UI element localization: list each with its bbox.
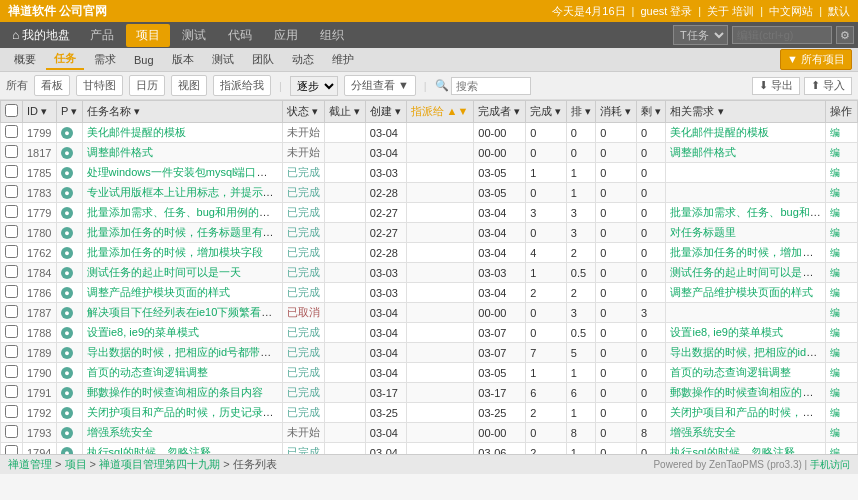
task-name-link-1787[interactable]: 解决项目下任经列表在ie10下频繁看不见无法输入数据: [87, 306, 283, 318]
col-related[interactable]: 相关需求 ▾: [666, 101, 826, 123]
edit-action-1783[interactable]: 编: [830, 187, 840, 198]
task-name-link-1783[interactable]: 专业试用版框本上让用标志，并提示过期时候: [87, 186, 283, 198]
nav-item-code[interactable]: 代码: [218, 24, 262, 47]
row-checkbox-1783[interactable]: [1, 183, 23, 203]
edit-action-1791[interactable]: 编: [830, 387, 840, 398]
related-link-1790[interactable]: 首页的动态查询逻辑调整: [670, 366, 791, 378]
task-name-link-1784[interactable]: 测试任务的起止时间可以是一天: [87, 266, 241, 278]
subnav-maintain[interactable]: 维护: [324, 50, 362, 69]
nav-item-app[interactable]: 应用: [264, 24, 308, 47]
edit-action-1787[interactable]: 编: [830, 307, 840, 318]
row-checkbox-1779[interactable]: [1, 203, 23, 223]
breadcrumb-project[interactable]: 项目: [65, 458, 87, 470]
edit-action-1786[interactable]: 编: [830, 287, 840, 298]
col-id[interactable]: ID ▾: [23, 101, 57, 123]
col-created[interactable]: 创建 ▾: [365, 101, 406, 123]
related-link-1791[interactable]: 郵數操作的时候查询相应的条目内容: [670, 386, 826, 398]
edit-action-1780[interactable]: 编: [830, 227, 840, 238]
edit-action-1785[interactable]: 编: [830, 167, 840, 178]
col-name[interactable]: 任务名称 ▾: [82, 101, 282, 123]
col-assignedto[interactable]: 指派给 ▲▼: [406, 101, 474, 123]
task-name-link-1786[interactable]: 调整产品维护模块页面的样式: [87, 286, 230, 298]
col-consumed[interactable]: 消耗 ▾: [596, 101, 637, 123]
nav-item-product[interactable]: 产品: [80, 24, 124, 47]
edit-action-1794[interactable]: 编: [830, 447, 840, 455]
related-link-1780[interactable]: 对任务标题里: [670, 226, 736, 238]
subnav-bug[interactable]: Bug: [126, 52, 162, 68]
col-checkbox[interactable]: [1, 101, 23, 123]
step-select[interactable]: 逐步: [290, 76, 338, 96]
nav-item-test[interactable]: 测试: [172, 24, 216, 47]
subnav-dynamic[interactable]: 动态: [284, 50, 322, 69]
row-checkbox-1780[interactable]: [1, 223, 23, 243]
mobile-link[interactable]: 手机访问: [810, 459, 850, 470]
related-link-1762[interactable]: 批量添加任务的时候，增加模块5: [670, 246, 826, 258]
col-finishedat[interactable]: 完成 ▾: [526, 101, 567, 123]
edit-action-1793[interactable]: 编: [830, 427, 840, 438]
row-checkbox-1785[interactable]: [1, 163, 23, 183]
nav-item-home[interactable]: ⌂ 我的地盘: [4, 24, 78, 47]
row-checkbox-1793[interactable]: [1, 423, 23, 443]
col-finishedby[interactable]: 完成者 ▾: [474, 101, 526, 123]
row-checkbox-1786[interactable]: [1, 283, 23, 303]
subnav-build[interactable]: 版本: [164, 50, 202, 69]
global-search-input[interactable]: [732, 26, 832, 44]
related-link-1794[interactable]: 执行sql的时候，忽略注释: [670, 446, 794, 454]
nav-item-project[interactable]: 项目: [126, 24, 170, 47]
edit-action-1788[interactable]: 编: [830, 327, 840, 338]
row-checkbox-1794[interactable]: [1, 443, 23, 455]
row-checkbox-1787[interactable]: [1, 303, 23, 323]
view-calendar-btn[interactable]: 日历: [129, 75, 165, 96]
task-name-link-1793[interactable]: 增强系统安全: [87, 426, 153, 438]
task-name-link-1789[interactable]: 导出数据的时候，把相应的id号都带上。: [87, 346, 283, 358]
row-checkbox-1784[interactable]: [1, 263, 23, 283]
related-link-1789[interactable]: 导出数据的时候, 把相应的id号都带: [670, 346, 826, 358]
edit-action-1792[interactable]: 编: [830, 407, 840, 418]
related-link-1788[interactable]: 设置ie8, ie9的菜单模式: [670, 326, 782, 338]
task-name-link-1794[interactable]: 执行sql的时候，忽略注释: [87, 446, 211, 454]
col-left[interactable]: 剩 ▾: [636, 101, 665, 123]
export-btn[interactable]: ⬇ 导出: [752, 77, 800, 95]
task-name-link-1791[interactable]: 郵數操作的时候查询相应的条目内容: [87, 386, 263, 398]
view-kanban-btn[interactable]: 看板: [34, 75, 70, 96]
import-btn[interactable]: ⬆ 导入: [804, 77, 852, 95]
task-name-link-1817[interactable]: 调整邮件格式: [87, 146, 153, 158]
edit-action-1817[interactable]: 编: [830, 147, 840, 158]
related-link-1784[interactable]: 测试任务的起止时间可以是一天: [670, 266, 824, 278]
subnav-task[interactable]: 任务: [46, 49, 84, 70]
related-link-1792[interactable]: 关闭护项目和产品的时候，历史记: [670, 406, 826, 418]
related-link-1786[interactable]: 调整产品维护模块页面的样式: [670, 286, 813, 298]
related-link-1779[interactable]: 批量添加需求、任务、bug和用例: [670, 206, 826, 218]
col-estimate[interactable]: 排 ▾: [566, 101, 595, 123]
related-link-1799[interactable]: 美化邮件提醒的模板: [670, 126, 769, 138]
groupby-btn[interactable]: 分组查看 ▼: [344, 75, 416, 96]
theme-link[interactable]: 默认: [828, 4, 850, 19]
row-checkbox-1792[interactable]: [1, 403, 23, 423]
row-checkbox-1791[interactable]: [1, 383, 23, 403]
lang-link[interactable]: 中文网站: [769, 4, 813, 19]
subnav-requirement[interactable]: 需求: [86, 50, 124, 69]
task-name-link-1799[interactable]: 美化邮件提醒的模板: [87, 126, 186, 138]
view-mindmap-btn[interactable]: 视图: [171, 75, 207, 96]
training-link[interactable]: 关于 培训: [707, 4, 754, 19]
row-checkbox-1790[interactable]: [1, 363, 23, 383]
edit-action-1762[interactable]: 编: [830, 247, 840, 258]
row-checkbox-1788[interactable]: [1, 323, 23, 343]
row-checkbox-1789[interactable]: [1, 343, 23, 363]
task-name-link-1785[interactable]: 处理windows一件安装包mysql端口检验及进度留问题: [87, 166, 283, 178]
edit-action-1799[interactable]: 编: [830, 127, 840, 138]
row-checkbox-1762[interactable]: [1, 243, 23, 263]
edit-action-1789[interactable]: 编: [830, 347, 840, 358]
breadcrumb-admin[interactable]: 禅道管理: [8, 458, 52, 470]
row-checkbox-1799[interactable]: [1, 123, 23, 143]
col-p[interactable]: P ▾: [56, 101, 82, 123]
subnav-team[interactable]: 团队: [244, 50, 282, 69]
col-deadline[interactable]: 截止 ▾: [325, 101, 366, 123]
task-name-link-1788[interactable]: 设置ie8, ie9的菜单模式: [87, 326, 199, 338]
task-name-link-1780[interactable]: 批量添加任务的时候，任务标题里有需求需求求功能: [87, 226, 283, 238]
search-input[interactable]: [451, 77, 531, 95]
subnav-overview[interactable]: 概要: [6, 50, 44, 69]
nav-item-org[interactable]: 组织: [310, 24, 354, 47]
edit-action-1790[interactable]: 编: [830, 367, 840, 378]
edit-action-1779[interactable]: 编: [830, 207, 840, 218]
